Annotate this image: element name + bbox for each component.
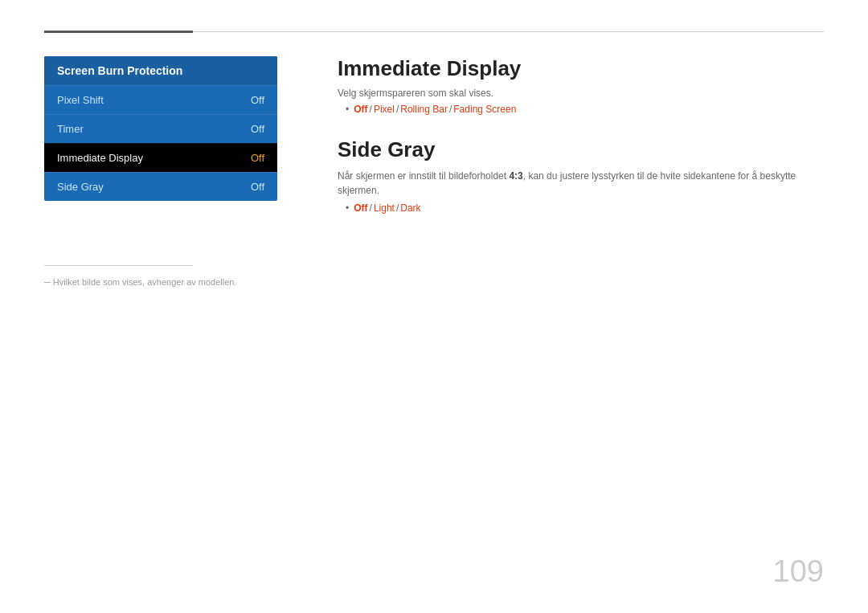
pixel-shift-label: Pixel Shift	[57, 94, 104, 106]
sidebar-item-immediate-display[interactable]: Immediate Display Off	[44, 143, 277, 172]
top-decorative-lines	[44, 31, 824, 33]
immediate-display-opt-rolling-bar: Rolling Bar	[400, 104, 448, 115]
side-gray-bullet: •	[346, 202, 349, 214]
side-gray-opt-light: Light	[374, 202, 395, 214]
sep5: /	[396, 202, 399, 214]
immediate-display-bullet: •	[346, 104, 349, 115]
immediate-display-opt-fading-screen: Fading Screen	[453, 104, 516, 115]
footnote-separator	[44, 265, 193, 266]
side-gray-opt-dark: Dark	[400, 202, 420, 214]
timer-label: Timer	[57, 123, 84, 135]
side-gray-options: • Off / Light / Dark	[346, 202, 824, 214]
sidebar-panel: Screen Burn Protection Pixel Shift Off T…	[44, 56, 277, 201]
sidebar-item-side-gray[interactable]: Side Gray Off	[44, 172, 277, 201]
sep4: /	[370, 202, 372, 214]
immediate-display-label: Immediate Display	[57, 152, 143, 164]
immediate-display-opt-pixel: Pixel	[374, 104, 395, 115]
main-content: Immediate Display Velg skjermspareren so…	[338, 56, 824, 214]
pixel-shift-value: Off	[251, 94, 264, 106]
sep1: /	[370, 104, 372, 115]
side-gray-desc-bold: 4:3	[509, 170, 522, 182]
immediate-display-options: • Off / Pixel / Rolling Bar / Fading Scr…	[346, 104, 824, 115]
top-line-light	[193, 31, 824, 32]
side-gray-title: Side Gray	[338, 137, 824, 162]
immediate-display-value: Off	[251, 152, 264, 164]
page-number: 109	[773, 554, 824, 589]
footnote-text: ─ Hvilket bilde som vises, avhenger av m…	[44, 277, 237, 287]
immediate-display-description: Velg skjermspareren som skal vises.	[338, 88, 824, 99]
side-gray-section: Side Gray Når skjermen er innstilt til b…	[338, 137, 824, 214]
sep3: /	[449, 104, 452, 115]
sep2: /	[396, 104, 399, 115]
timer-value: Off	[251, 123, 264, 135]
sidebar-item-pixel-shift[interactable]: Pixel Shift Off	[44, 85, 277, 114]
sidebar-header: Screen Burn Protection	[44, 56, 277, 85]
top-line-dark	[44, 31, 193, 33]
side-gray-desc-before: Når skjermen er innstilt til bildeforhol…	[338, 170, 509, 182]
side-gray-description: Når skjermen er innstilt til bildeforhol…	[338, 169, 824, 198]
immediate-display-title: Immediate Display	[338, 56, 824, 81]
immediate-display-section: Immediate Display Velg skjermspareren so…	[338, 56, 824, 115]
side-gray-opt-off: Off	[354, 202, 367, 214]
side-gray-value: Off	[251, 181, 264, 193]
immediate-display-opt-off: Off	[354, 104, 367, 115]
sidebar-item-timer[interactable]: Timer Off	[44, 114, 277, 143]
side-gray-label: Side Gray	[57, 181, 104, 193]
